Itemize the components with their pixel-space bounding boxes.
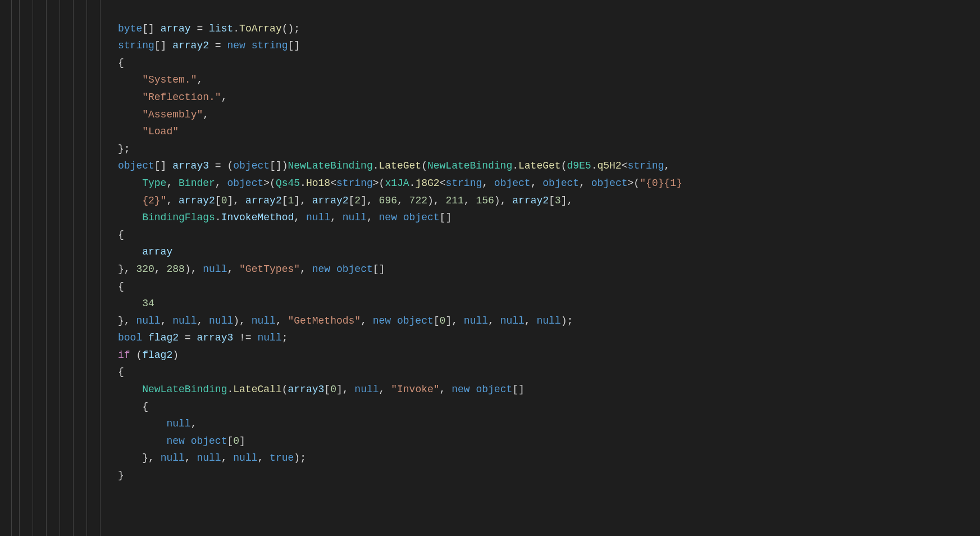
enum-invokemethod: InvokeMethod: [221, 212, 294, 223]
number-literal: 156: [476, 195, 494, 206]
code-line[interactable]: NewLateBinding.LateCall(array3[0], null,…: [118, 384, 525, 395]
method-q5h2: q5H2: [597, 160, 621, 171]
var-list: list: [209, 23, 233, 34]
code-line[interactable]: 34: [118, 298, 154, 309]
keyword-null: null: [343, 212, 367, 223]
keyword-null: null: [464, 315, 488, 326]
code-line[interactable]: {2}", array2[0], array2[1], array2[2], 6…: [118, 195, 573, 206]
class-newlatebinding: NewLateBinding: [142, 384, 227, 395]
method-toarray: ToArray: [239, 23, 282, 34]
keyword-new: new: [373, 315, 391, 326]
code-editor[interactable]: byte[] array = list.ToArray(); string[] …: [0, 0, 980, 536]
code-content[interactable]: byte[] array = list.ToArray(); string[] …: [118, 0, 682, 536]
code-line[interactable]: string[] array2 = new string[]: [118, 40, 300, 51]
number-literal: 2: [354, 195, 361, 206]
method-latecall: LateCall: [233, 384, 281, 395]
code-line[interactable]: "Reflection.",: [118, 92, 227, 103]
var-array3: array3: [197, 332, 233, 343]
keyword-bool: bool: [118, 332, 142, 343]
class-type: Type: [142, 178, 166, 189]
class-d9e5: d9E5: [567, 160, 591, 171]
var-flag2: flag2: [148, 332, 179, 343]
code-line[interactable]: if (flag2): [118, 349, 179, 361]
code-line[interactable]: }, 320, 288), null, "GetTypes", new obje…: [118, 264, 385, 275]
var-array2: array2: [512, 195, 549, 206]
keyword-new: new: [452, 384, 470, 395]
string-literal: "Reflection.": [142, 92, 221, 103]
code-line[interactable]: BindingFlags.InvokeMethod, null, null, n…: [118, 212, 452, 223]
code-line[interactable]: {: [118, 366, 124, 378]
method-lateget: LateGet: [518, 160, 561, 171]
class-binder: Binder: [179, 178, 215, 189]
code-line[interactable]: "Assembly",: [118, 109, 209, 120]
number-literal: 320: [136, 264, 154, 275]
class-bindingflags: BindingFlags: [142, 212, 215, 223]
number-literal: 34: [142, 298, 154, 309]
keyword-string: string: [252, 40, 288, 51]
number-literal: 1: [288, 195, 294, 206]
method-ho18: Ho18: [306, 178, 330, 189]
code-line[interactable]: Type, Binder, object>(Qs45.Ho18<string>(…: [118, 178, 682, 189]
method-lateget: LateGet: [379, 160, 422, 171]
keyword-null: null: [209, 315, 233, 326]
var-array: array: [142, 246, 172, 257]
string-literal: "Invoke": [391, 384, 439, 395]
code-line[interactable]: {: [118, 57, 124, 69]
keyword-new: new: [312, 264, 330, 275]
number-literal: 0: [233, 435, 239, 447]
code-line[interactable]: array: [118, 246, 172, 257]
code-line[interactable]: {: [118, 229, 124, 240]
keyword-object: object: [233, 160, 270, 171]
code-line[interactable]: }, null, null, null, true);: [118, 452, 306, 464]
keyword-object: object: [543, 178, 579, 189]
keyword-object: object: [403, 212, 440, 223]
keyword-null: null: [500, 315, 525, 326]
keyword-null: null: [233, 452, 257, 464]
string-literal: "GetTypes": [239, 264, 300, 275]
code-line[interactable]: "System.",: [118, 74, 203, 85]
number-literal: 211: [445, 195, 463, 206]
keyword-object: object: [336, 264, 373, 275]
code-line[interactable]: object[] array3 = (object[])NewLateBindi…: [118, 160, 670, 171]
keyword-null: null: [166, 418, 190, 429]
code-line[interactable]: null,: [118, 418, 197, 429]
keyword-string: string: [445, 178, 482, 189]
keyword-object: object: [494, 178, 531, 189]
string-literal: "Assembly": [142, 109, 203, 120]
keyword-string: string: [628, 160, 664, 171]
keyword-true: true: [270, 452, 294, 464]
code-line[interactable]: bool flag2 = array3 != null;: [118, 332, 288, 343]
number-literal: 722: [409, 195, 427, 206]
keyword-null: null: [197, 452, 221, 464]
var-array: array: [161, 23, 191, 34]
string-literal: "Load": [142, 126, 179, 137]
keyword-null: null: [203, 264, 227, 275]
number-literal: 696: [379, 195, 397, 206]
keyword-byte: byte: [118, 23, 142, 34]
string-literal: "{0}{1}: [640, 178, 682, 189]
number-literal: 3: [555, 195, 561, 206]
var-array2: array2: [245, 195, 282, 206]
code-line[interactable]: }, null, null, null), null, "GetMethods"…: [118, 315, 573, 326]
indent-guides: [6, 0, 118, 536]
var-array3: array3: [288, 384, 325, 395]
keyword-new: new: [166, 435, 184, 447]
class-newlatebinding: NewLateBinding: [288, 160, 372, 171]
number-literal: 0: [330, 384, 336, 395]
string-literal: "GetMethods": [288, 315, 361, 326]
code-line[interactable]: {: [118, 281, 124, 292]
code-line[interactable]: {: [118, 401, 148, 412]
keyword-string: string: [336, 178, 373, 189]
keyword-string: string: [118, 40, 154, 51]
class-qs45: Qs45: [276, 178, 300, 189]
keyword-null: null: [172, 315, 197, 326]
code-line[interactable]: new object[0]: [118, 435, 245, 447]
keyword-object: object: [191, 435, 227, 447]
code-line[interactable]: "Load": [118, 126, 179, 137]
string-literal: "System.": [142, 74, 197, 85]
code-line[interactable]: }: [118, 470, 124, 481]
code-line[interactable]: byte[] array = list.ToArray();: [118, 23, 300, 34]
class-x1ja: x1JA: [385, 178, 409, 189]
number-literal: 0: [440, 315, 446, 326]
code-line[interactable]: };: [118, 143, 130, 155]
